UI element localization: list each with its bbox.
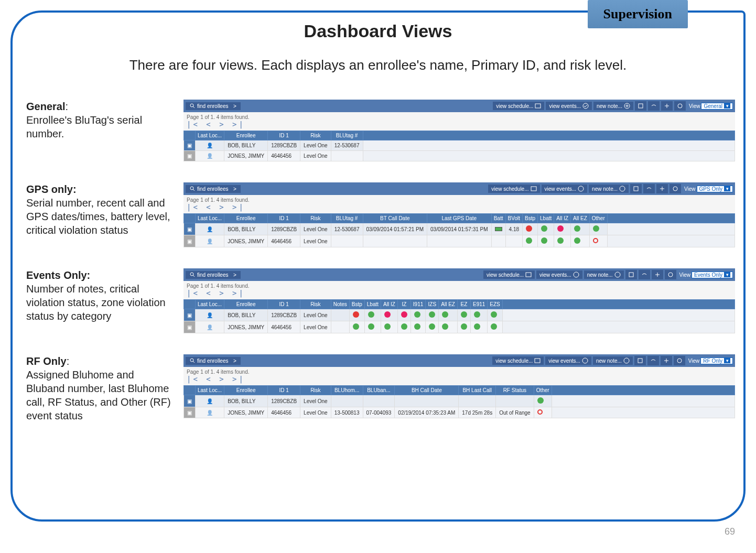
view-selector[interactable]: General▾: [701, 103, 733, 110]
page-info: Page 1 of 1. 4 items found.: [183, 367, 735, 375]
gps-shot: find enrollees > view schedule... view e…: [183, 182, 735, 247]
toolbar-icon-4[interactable]: [674, 356, 685, 365]
toolbar-icon-4[interactable]: [669, 184, 681, 193]
view-schedule-button[interactable]: view schedule...: [488, 185, 539, 193]
view-events-button[interactable]: view events...: [542, 185, 588, 193]
gps-desc: GPS only: Serial number, recent call and…: [26, 182, 183, 237]
plus-circle-icon: [619, 186, 625, 192]
person-icon: 👤: [196, 407, 224, 418]
check-circle-icon: [582, 103, 589, 109]
general-desc: General: Enrollee's BluTag's serial numb…: [26, 100, 183, 140]
toolbar-icon-1[interactable]: [625, 270, 637, 279]
page-info: Page 1 of 1. 4 items found.: [183, 195, 735, 203]
toolbar-icon-3[interactable]: [661, 101, 673, 111]
svg-point-29: [677, 359, 682, 363]
status-dot: [534, 395, 552, 407]
battery-icon: [491, 223, 505, 235]
table-row[interactable]: ▣ 👤 BOB, BILLY 1289CBZB Level One: [184, 309, 735, 321]
toolbar-icon-1[interactable]: [635, 101, 646, 111]
status-dot: [439, 309, 458, 321]
toolbar-icon-2[interactable]: [647, 356, 659, 365]
view-selector[interactable]: Events Only▾: [692, 272, 733, 278]
table-header-row: Last Loc... Enrollee ID 1 Risk BLUhom...…: [184, 386, 735, 395]
svg-point-8: [678, 104, 682, 108]
row-action-icon[interactable]: ▣: [184, 140, 196, 151]
person-icon: 👤: [196, 223, 224, 235]
new-note-button[interactable]: new note...: [593, 102, 633, 110]
person-icon: 👤: [196, 321, 224, 333]
general-label: General: [26, 101, 65, 112]
toolbar-icon-4[interactable]: [674, 101, 686, 111]
svg-point-13: [620, 186, 625, 191]
status-dot: [457, 309, 470, 321]
table-row[interactable]: ▣ 👤 JONES, JIMMY 4646456 Level One 13-50…: [184, 407, 735, 418]
row-action-icon[interactable]: ▣: [184, 235, 196, 247]
find-enrollees-button[interactable]: find enrollees >: [186, 102, 241, 110]
find-enrollees-button[interactable]: find enrollees >: [186, 271, 241, 279]
table-row[interactable]: ▣ 👤 JONES, JIMMY 4646456 Level One: [184, 235, 735, 247]
status-dot: [364, 309, 381, 321]
svg-rect-7: [639, 104, 643, 108]
toolbar-icon-3[interactable]: [652, 270, 663, 279]
general-table: Last Loc... Enrollee ID 1 Risk BLUtag # …: [183, 131, 735, 161]
new-note-button[interactable]: new note...: [589, 185, 629, 193]
search-icon: [190, 186, 195, 191]
view-label: View: [684, 186, 696, 192]
new-note-button[interactable]: new note...: [593, 356, 633, 365]
status-dot: [589, 223, 607, 235]
view-selector[interactable]: RF Only▾: [700, 357, 733, 364]
svg-point-27: [624, 358, 629, 363]
status-dot: [470, 309, 487, 321]
table-row[interactable]: ▣ 👤 JONES, JIMMY 4646456 Level One: [184, 321, 735, 333]
pager[interactable]: |< < > >|: [183, 375, 735, 385]
pager[interactable]: |< < > >|: [183, 120, 735, 131]
gps-table: Last Loc... Enrollee ID 1 Risk BLUtag # …: [183, 213, 735, 247]
pager[interactable]: |< < > >|: [183, 203, 735, 213]
status-dot: [426, 321, 439, 333]
search-icon: [190, 103, 195, 109]
table-row[interactable]: ▣ 👤 BOB, BILLY 1289CBZB Level One 12-530…: [184, 140, 735, 151]
toolbar-icon-2[interactable]: [639, 270, 650, 279]
person-icon: 👤: [196, 140, 224, 151]
toolbar-icon-1[interactable]: [634, 356, 646, 365]
table-header-row: Last Loc... Enrollee ID 1 Risk Notes Bst…: [184, 300, 735, 309]
view-events-button[interactable]: view events...: [546, 102, 592, 110]
row-action-icon[interactable]: ▣: [184, 223, 196, 235]
status-dot: [589, 235, 607, 247]
toolbar-icon-2[interactable]: [648, 101, 660, 111]
table-row[interactable]: ▣ 👤 BOB, BILLY 1289CBZB Level One 12-530…: [184, 223, 735, 235]
row-action-icon[interactable]: ▣: [184, 309, 196, 321]
content: General: Enrollee's BluTag's serial numb…: [26, 100, 735, 443]
rf-desc: RF Only: Assigned Bluhome and Bluband nu…: [26, 354, 183, 422]
plus-circle-icon: [614, 272, 621, 278]
status-dot: [488, 321, 502, 333]
toolbar-icon-4[interactable]: [665, 270, 676, 279]
toolbar: find enrollees > view schedule... view e…: [183, 354, 735, 367]
row-action-icon[interactable]: ▣: [184, 321, 196, 333]
toolbar-icon-2[interactable]: [643, 184, 655, 193]
view-events-button[interactable]: view events...: [536, 270, 582, 279]
pager[interactable]: |< < > >|: [183, 289, 735, 299]
view-selector[interactable]: GPS Only▾: [697, 186, 733, 192]
table-row[interactable]: ▣ 👤 JONES, JIMMY 4646456 Level One: [184, 151, 735, 161]
view-label: View: [689, 103, 700, 109]
rf-shot: find enrollees > view schedule... view e…: [183, 354, 735, 418]
view-schedule-button[interactable]: view schedule...: [483, 270, 535, 279]
section-events: Events Only: Number of notes, critical v…: [26, 268, 735, 333]
view-schedule-button[interactable]: view schedule...: [493, 102, 544, 110]
find-enrollees-button[interactable]: find enrollees >: [186, 357, 241, 365]
status-dot: [411, 309, 425, 321]
find-enrollees-button[interactable]: find enrollees >: [186, 185, 241, 193]
table-row[interactable]: ▣ 👤 BOB, BILLY 1289CBZB Level One: [184, 395, 735, 407]
row-action-icon[interactable]: ▣: [184, 151, 196, 161]
toolbar-icon-1[interactable]: [630, 184, 642, 193]
view-events-button[interactable]: view events...: [545, 356, 591, 365]
svg-line-24: [193, 361, 195, 363]
toolbar-icon-3[interactable]: [656, 184, 668, 193]
view-schedule-button[interactable]: view schedule...: [492, 356, 544, 365]
svg-line-17: [193, 275, 195, 277]
toolbar-icon-3[interactable]: [661, 356, 672, 365]
new-note-button[interactable]: new note...: [584, 270, 624, 279]
row-action-icon[interactable]: ▣: [184, 395, 196, 407]
row-action-icon[interactable]: ▣: [184, 407, 196, 418]
